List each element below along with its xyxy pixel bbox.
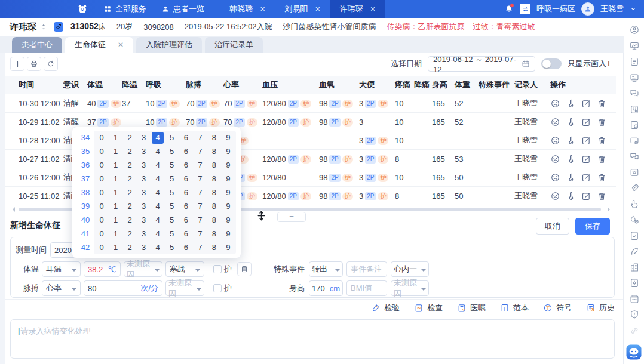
picker-cell-38-6[interactable]: 6: [180, 187, 192, 199]
picker-cell-34-1[interactable]: 1: [110, 132, 122, 144]
picker-cell-38-5[interactable]: 5: [166, 187, 178, 199]
picker-cell-34-4[interactable]: 4: [152, 132, 164, 144]
clipboard-list-icon[interactable]: [629, 56, 640, 67]
delete-icon[interactable]: [597, 172, 607, 183]
picker-cell-40-7[interactable]: 7: [194, 214, 206, 226]
edit-icon[interactable]: [581, 154, 591, 164]
heart-card-icon[interactable]: [629, 167, 640, 178]
delete-icon[interactable]: [597, 154, 607, 164]
picker-cell-35-0[interactable]: 0: [96, 146, 108, 158]
picker-cell-42-6[interactable]: 6: [180, 242, 192, 254]
refresh-button[interactable]: [44, 57, 58, 71]
patient-list-button[interactable]: 患者一览: [161, 4, 204, 14]
pain-assess-icon[interactable]: [550, 172, 560, 183]
chart-board-icon[interactable]: [629, 41, 640, 51]
temperature-icon[interactable]: [566, 135, 576, 146]
picker-cell-41-9[interactable]: 9: [222, 228, 234, 240]
close-icon[interactable]: ✕: [370, 5, 375, 13]
picker-cell-38-2[interactable]: 2: [124, 187, 136, 199]
picker-cell-40-2[interactable]: 2: [124, 214, 136, 226]
picker-cell-39-4[interactable]: 4: [152, 200, 164, 212]
user-avatar[interactable]: [581, 2, 594, 16]
picker-cell-42-7[interactable]: 7: [194, 242, 206, 254]
picker-cell-41-3[interactable]: 3: [138, 228, 150, 240]
picker-cell-40-0[interactable]: 0: [96, 214, 108, 226]
delete-icon[interactable]: [597, 135, 607, 146]
picker-cell-40-6[interactable]: 6: [180, 214, 192, 226]
picker-cell-36-9[interactable]: 9: [222, 159, 234, 171]
picker-cell-42-9[interactable]: 9: [222, 242, 234, 254]
height-notmeasured-select[interactable]: 未测原因: [391, 280, 429, 296]
temperature-icon[interactable]: [566, 154, 576, 164]
picker-cell-34-8[interactable]: 8: [208, 132, 220, 144]
picker-cell-37-1[interactable]: 1: [110, 173, 122, 185]
link-icon[interactable]: [629, 325, 640, 336]
picker-cell-36-2[interactable]: 2: [124, 159, 136, 171]
picker-cell-38-8[interactable]: 8: [208, 187, 220, 199]
picker-cell-36-0[interactable]: 0: [96, 159, 108, 171]
temperature-icon[interactable]: [566, 191, 576, 201]
picker-cell-42-4[interactable]: 4: [152, 242, 164, 254]
drop-clock-icon[interactable]: [629, 214, 640, 225]
picker-cell-36-1[interactable]: 1: [110, 159, 122, 171]
pain-assess-icon[interactable]: [550, 191, 560, 201]
show-tpr-toggle[interactable]: [541, 58, 562, 69]
tab-0[interactable]: 患者中心: [12, 37, 62, 53]
picker-cell-34-2[interactable]: 2: [124, 132, 136, 144]
temp-note-button[interactable]: [237, 262, 252, 276]
tab-1[interactable]: 生命体征✕: [65, 37, 133, 53]
picker-cell-38-7[interactable]: 7: [194, 187, 206, 199]
picker-integer[interactable]: 35: [77, 144, 94, 158]
close-icon[interactable]: ✕: [315, 5, 320, 13]
edit-icon[interactable]: [581, 172, 591, 183]
picker-integer[interactable]: 39: [77, 199, 94, 213]
assistant-icon[interactable]: [625, 344, 642, 360]
picker-cell-39-5[interactable]: 5: [166, 200, 178, 212]
picker-cell-36-6[interactable]: 6: [180, 159, 192, 171]
add-record-button[interactable]: [10, 57, 24, 71]
picker-cell-35-6[interactable]: 6: [180, 146, 192, 158]
pulse-mode-select[interactable]: 心率: [42, 280, 81, 296]
scroll-right-icon[interactable]: [608, 207, 612, 212]
picker-cell-37-6[interactable]: 6: [180, 173, 192, 185]
picker-integer[interactable]: 40: [77, 213, 94, 227]
picker-cell-38-3[interactable]: 3: [138, 187, 150, 199]
notification-bell-icon[interactable]: [504, 4, 514, 14]
card-settings-icon[interactable]: [629, 135, 640, 146]
picker-cell-39-6[interactable]: 6: [180, 200, 192, 212]
picker-cell-37-5[interactable]: 5: [166, 173, 178, 185]
picker-cell-34-0[interactable]: 0: [96, 132, 108, 144]
pain-assess-icon[interactable]: [550, 154, 560, 164]
dept-select[interactable]: 心内一: [391, 261, 429, 277]
date-range-input[interactable]: 2019-06-12 ～ 2019-07-12: [428, 56, 535, 72]
special-event-select[interactable]: 转出: [309, 261, 343, 277]
order-tool[interactable]: 医嘱: [457, 303, 486, 313]
edit-icon[interactable]: [581, 191, 591, 201]
id-card-icon[interactable]: [629, 72, 640, 83]
org-chart-icon[interactable]: [629, 262, 640, 273]
chevron-down-icon[interactable]: [630, 5, 637, 13]
picker-cell-34-5[interactable]: 5: [166, 132, 178, 144]
picker-cell-38-9[interactable]: 9: [222, 187, 234, 199]
lab-tool[interactable]: 检验: [371, 303, 400, 313]
picker-cell-42-5[interactable]: 5: [166, 242, 178, 254]
picker-cell-37-7[interactable]: 7: [194, 173, 206, 185]
picker-cell-40-5[interactable]: 5: [166, 214, 178, 226]
picker-cell-40-3[interactable]: 3: [138, 214, 150, 226]
picker-cell-37-9[interactable]: 9: [222, 173, 234, 185]
picker-cell-38-0[interactable]: 0: [96, 187, 108, 199]
picker-integer[interactable]: 42: [77, 240, 94, 254]
paperclip-icon[interactable]: [629, 183, 640, 193]
edit-icon[interactable]: [581, 135, 591, 146]
height-input[interactable]: 170cm: [309, 280, 343, 296]
picker-integer[interactable]: 34: [77, 131, 94, 144]
patient-tab-1[interactable]: 刘易阳✕: [275, 0, 330, 18]
event-note-input[interactable]: 事件备注: [346, 261, 387, 277]
cancel-button[interactable]: 取消: [536, 218, 569, 235]
picker-cell-41-0[interactable]: 0: [96, 228, 108, 240]
picker-cell-39-0[interactable]: 0: [96, 200, 108, 212]
picker-cell-35-4[interactable]: 4: [152, 146, 164, 158]
picker-cell-37-8[interactable]: 8: [208, 173, 220, 185]
user-name[interactable]: 王晓雪: [600, 4, 624, 14]
temp-mode-select[interactable]: 耳温: [42, 261, 81, 277]
